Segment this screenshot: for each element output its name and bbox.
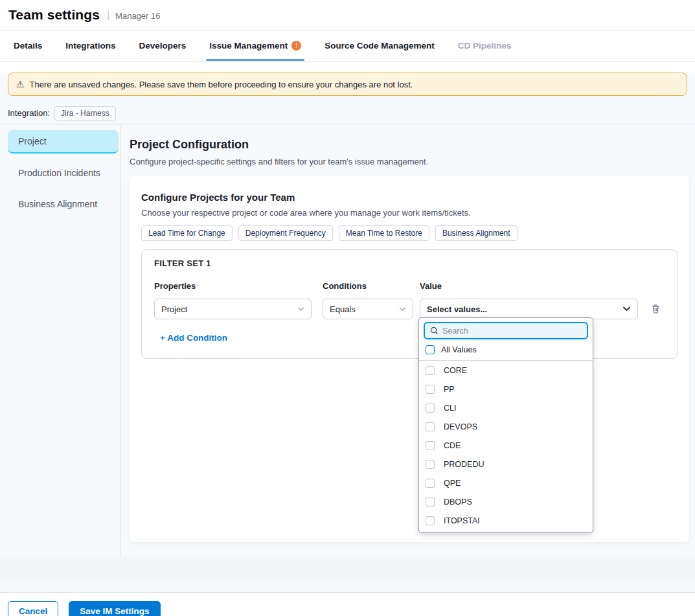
tab[interactable]: CD Pipelines	[455, 30, 515, 61]
filter-set-title: FILTER SET 1	[154, 258, 665, 268]
checkbox-icon[interactable]	[426, 460, 435, 469]
tab[interactable]: Developers	[136, 30, 190, 61]
sidebar-item[interactable]: Project	[8, 130, 119, 154]
option-label: CLI	[444, 404, 456, 413]
sidebar-item[interactable]: Business Alignment	[8, 192, 119, 216]
tab[interactable]: Issue Management !	[206, 30, 304, 61]
footer-bar: Cancel Save IM Settings	[0, 592, 695, 616]
option-row[interactable]: CORE	[419, 361, 593, 380]
option-label: QPE	[444, 479, 461, 488]
sidebar-item-label: Business Alignment	[18, 199, 97, 209]
banner-text: There are unsaved changes. Please save t…	[30, 80, 413, 89]
option-label: PP	[444, 385, 455, 394]
checkbox-icon[interactable]	[426, 479, 435, 488]
tab-label: Issue Management	[209, 41, 288, 51]
option-label: PRODEDU	[444, 460, 484, 469]
unsaved-changes-banner: ⚠ There are unsaved changes. Please save…	[8, 73, 687, 96]
tab-label: Developers	[139, 41, 187, 51]
project-config-card: Configure Projects for your Team Choose …	[130, 176, 689, 542]
tab-label: CD Pipelines	[458, 41, 512, 51]
alert-badge-icon: !	[291, 41, 301, 51]
page-title: Team settings	[8, 7, 100, 23]
section-subtitle: Configure project-specific settings and …	[130, 157, 689, 166]
tab[interactable]: Source Code Management	[321, 30, 438, 61]
checkbox-icon[interactable]	[426, 366, 435, 375]
title-separator: |	[107, 9, 109, 21]
tab-label: Integrations	[65, 41, 115, 51]
metric-chip[interactable]: Deployment Frequency	[238, 225, 333, 241]
option-row[interactable]: PRODEDU	[419, 455, 593, 473]
dropdown-options: CORE PP CLI DEVOPS CDE	[419, 361, 593, 533]
card-subtitle: Choose your respective project or code a…	[141, 208, 678, 218]
option-label: DBOPS	[444, 497, 472, 507]
option-row[interactable]: DEVOPS	[419, 417, 593, 436]
option-label: CDE	[444, 441, 461, 450]
search-icon	[430, 326, 439, 335]
filter-row: Project Equals Select valu	[154, 299, 665, 319]
checkbox-icon[interactable]	[426, 404, 435, 413]
tab[interactable]: Integrations	[62, 30, 119, 61]
save-im-settings-button[interactable]: Save IM Settings	[69, 601, 160, 616]
option-row[interactable]: CDE	[419, 436, 593, 455]
warning-icon: ⚠	[16, 80, 25, 89]
card-title: Configure Projects for your Team	[141, 192, 678, 203]
all-values-label: All Values	[441, 345, 477, 354]
option-row[interactable]: CLI	[419, 398, 593, 417]
add-condition-button[interactable]: + Add Condition	[160, 333, 227, 343]
cancel-button[interactable]: Cancel	[8, 601, 58, 616]
page-header: Team settings | Manager 16	[0, 0, 695, 30]
checkbox-icon[interactable]	[426, 441, 435, 450]
conditions-select[interactable]: Equals	[323, 299, 413, 319]
tab-label: Details	[14, 41, 42, 51]
option-label: CORE	[444, 366, 467, 375]
checkbox-icon[interactable]	[426, 422, 435, 431]
option-row[interactable]: QPE	[419, 473, 593, 492]
content-strip	[0, 557, 695, 581]
sidebar: Project Production Incidents Business Al…	[0, 124, 120, 557]
integration-row: Integration: Jira - Harness	[8, 106, 695, 120]
value-select-placeholder: Select values...	[427, 304, 487, 314]
integration-label: Integration:	[8, 108, 50, 118]
search-input[interactable]	[442, 326, 582, 336]
option-label: ITOPSTAI	[444, 516, 480, 525]
metric-chip[interactable]: Business Alignment	[435, 225, 518, 241]
filter-column-headers: Properties Conditions Value	[154, 281, 665, 291]
chevron-down-icon	[622, 306, 631, 312]
properties-select[interactable]: Project	[154, 299, 312, 319]
trash-icon	[651, 304, 661, 314]
integration-chip[interactable]: Jira - Harness	[54, 106, 116, 120]
option-row[interactable]: PP	[419, 380, 593, 398]
tab[interactable]: Details	[10, 30, 45, 61]
sidebar-item-label: Project	[18, 136, 47, 146]
value-column-label: Value	[420, 281, 638, 291]
option-row[interactable]: ITOPSTAI	[419, 511, 593, 530]
main-panel: Project Configuration Configure project-…	[120, 124, 695, 557]
option-label: DEVOPS	[444, 422, 477, 431]
metric-chips: Lead Time for Change Deployment Frequenc…	[141, 225, 678, 241]
value-dropdown: All Values CORE PP CLI DEVOPS	[418, 317, 593, 533]
properties-column-label: Properties	[154, 281, 312, 291]
option-all-values[interactable]: All Values	[419, 339, 593, 361]
checkbox-icon[interactable]	[426, 385, 435, 394]
metric-chip[interactable]: Mean Time to Restore	[339, 225, 429, 241]
team-name: Manager 16	[115, 10, 160, 21]
filter-set: FILTER SET 1 Properties Conditions Value…	[141, 249, 678, 359]
checkbox-icon[interactable]	[426, 516, 435, 525]
conditions-select-value: Equals	[330, 304, 356, 314]
metric-chip[interactable]: Lead Time for Change	[141, 225, 233, 241]
checkbox-icon[interactable]	[426, 497, 435, 507]
chevron-down-icon	[399, 307, 406, 312]
delete-filter-button[interactable]	[650, 302, 662, 315]
sidebar-item-label: Production Incidents	[18, 168, 100, 178]
conditions-column-label: Conditions	[323, 281, 413, 291]
checkbox-icon[interactable]	[426, 345, 435, 354]
option-row[interactable]: PIPE	[419, 530, 593, 533]
tab-label: Source Code Management	[325, 41, 435, 51]
option-row[interactable]: DBOPS	[419, 492, 593, 511]
dropdown-search[interactable]	[424, 322, 588, 339]
section-title: Project Configuration	[130, 138, 689, 152]
sidebar-item[interactable]: Production Incidents	[8, 161, 119, 185]
value-select[interactable]: Select values...	[420, 299, 638, 319]
tab-bar: Details Integrations Developers Issue Ma…	[0, 30, 695, 62]
properties-select-value: Project	[161, 304, 187, 314]
